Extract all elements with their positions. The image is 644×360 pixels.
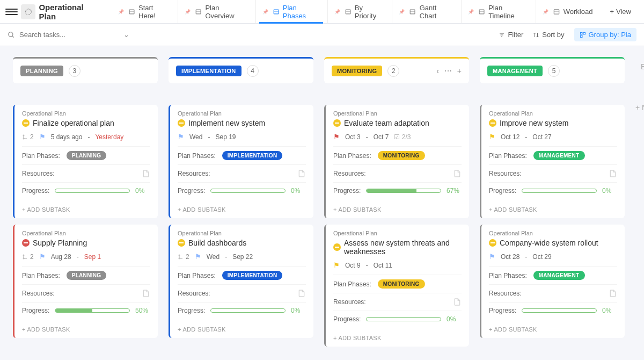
tab-start-here-[interactable]: 📌Start Here!: [112, 0, 177, 23]
search-input[interactable]: [19, 31, 116, 39]
tab-gantt-chart[interactable]: 📌Gantt Chart: [392, 0, 459, 23]
card-title: Supply Planning: [33, 239, 87, 247]
progress-bar[interactable]: [55, 308, 130, 313]
status-icon[interactable]: [333, 119, 341, 127]
flag-icon[interactable]: ⚑: [489, 133, 495, 141]
card-title: Implement new system: [188, 119, 265, 127]
progress-bar[interactable]: [366, 317, 441, 321]
progress-bar[interactable]: [522, 189, 597, 193]
breadcrumb[interactable]: Operational Plan: [178, 230, 306, 236]
search-box[interactable]: ⌄: [8, 31, 499, 39]
progress-bar[interactable]: [366, 189, 441, 193]
phase-pill: MONITORING: [378, 279, 425, 289]
breadcrumb[interactable]: Operational Plan: [333, 230, 462, 236]
breadcrumb[interactable]: Operational Plan: [22, 110, 150, 117]
collapse-icon[interactable]: ‹: [436, 67, 439, 75]
status-icon[interactable]: [489, 119, 496, 127]
progress-pct: 0%: [447, 315, 462, 323]
add-view-button[interactable]: + View: [602, 8, 639, 16]
column-implementation: IMPLEMENTATION 4 Operational Plan Implem…: [169, 57, 313, 353]
add-card-button[interactable]: + N: [635, 103, 644, 112]
resources-row: Resources:: [489, 164, 617, 182]
add-card-icon[interactable]: +: [457, 67, 462, 75]
tab-workload[interactable]: 📌Workload: [536, 0, 599, 23]
flag-icon[interactable]: ⚑: [39, 253, 46, 261]
sort-button[interactable]: Sort by: [533, 31, 564, 39]
tab-plan-phases[interactable]: 📌Plan Phases: [255, 0, 326, 23]
date-start: Wed: [189, 133, 202, 141]
phase-row: Plan Phases: IMPLEMENTATION: [178, 266, 306, 284]
card-title: Build dashboards: [188, 239, 246, 247]
chevron-down-icon[interactable]: ⌄: [123, 31, 129, 39]
status-icon[interactable]: [22, 119, 30, 127]
task-card[interactable]: Operational Plan Evaluate team adaptatio…: [324, 105, 469, 218]
progress-bar[interactable]: [522, 308, 597, 313]
status-icon[interactable]: [489, 239, 496, 247]
add-subtask-button[interactable]: + ADD SUBTASK: [14, 321, 158, 338]
task-card[interactable]: Operational Plan Finalize operational pl…: [13, 105, 158, 218]
more-icon[interactable]: ⋯: [444, 67, 452, 75]
add-subtask-button[interactable]: + ADD SUBTASK: [326, 329, 469, 347]
document-icon[interactable]: [297, 289, 306, 298]
task-card[interactable]: Operational Plan Implement new system ⚑W…: [169, 105, 313, 218]
document-icon[interactable]: [142, 169, 150, 178]
progress-pct: 0%: [135, 187, 150, 195]
status-icon[interactable]: [178, 239, 185, 247]
document-icon[interactable]: [142, 289, 150, 298]
breadcrumb[interactable]: Operational Plan: [489, 230, 617, 236]
flag-icon[interactable]: ⚑: [195, 253, 201, 261]
progress-bar[interactable]: [210, 189, 286, 193]
resources-row: Resources:: [333, 164, 462, 182]
document-icon[interactable]: [453, 298, 462, 306]
tab-plan-timeline[interactable]: 📌Plan Timeline: [461, 0, 535, 23]
group-by-button[interactable]: Group by: Pla: [574, 28, 637, 41]
task-card[interactable]: Operational Plan Supply Planning 2⚑Aug 2…: [13, 225, 158, 338]
menu-icon[interactable]: [5, 5, 18, 18]
date-end: Oct 11: [374, 262, 392, 269]
add-subtask-button[interactable]: + ADD SUBTASK: [170, 201, 313, 218]
breadcrumb[interactable]: Operational Plan: [489, 110, 617, 117]
progress-bar[interactable]: [55, 189, 130, 193]
add-subtask-button[interactable]: + ADD SUBTASK: [170, 321, 313, 338]
phase-pill: IMPLEMENTATION: [222, 151, 283, 160]
task-card[interactable]: Operational Plan Assess new system threa…: [324, 225, 469, 347]
flag-icon[interactable]: ⚑: [333, 133, 340, 141]
add-subtask-button[interactable]: + ADD SUBTASK: [326, 201, 469, 218]
status-icon[interactable]: [178, 119, 185, 127]
task-card[interactable]: Operational Plan Company-wide system rol…: [480, 225, 625, 338]
progress-bar[interactable]: [210, 308, 286, 313]
flag-icon[interactable]: ⚑: [178, 133, 184, 141]
document-icon[interactable]: [609, 289, 617, 298]
flag-icon[interactable]: ⚑: [489, 253, 495, 261]
tab-label: By Priority: [355, 4, 385, 20]
flag-icon[interactable]: ⚑: [333, 261, 340, 269]
column-badge: MONITORING: [332, 66, 382, 76]
tab-by-priority[interactable]: 📌By Priority: [327, 0, 391, 23]
svg-point-24: [23, 138, 24, 139]
status-icon[interactable]: [333, 243, 341, 251]
filter-button[interactable]: Filter: [499, 31, 523, 39]
tab-icon: [273, 8, 280, 16]
phase-row: Plan Phases: MONITORING: [333, 146, 462, 164]
breadcrumb[interactable]: Operational Plan: [178, 110, 306, 117]
tab-plan-overview[interactable]: 📌Plan Overview: [178, 0, 254, 23]
progress-row: Progress: 67%: [333, 182, 462, 199]
breadcrumb[interactable]: Operational Plan: [22, 230, 150, 236]
subtask-count[interactable]: 2: [178, 253, 189, 261]
flag-icon[interactable]: ⚑: [39, 133, 46, 141]
subtask-count[interactable]: 2: [22, 253, 34, 261]
add-subtask-button[interactable]: + ADD SUBTASK: [481, 201, 625, 218]
date-start: Oct 3: [345, 133, 361, 141]
document-icon[interactable]: [609, 169, 617, 178]
pin-icon: 📌: [185, 9, 191, 15]
document-icon[interactable]: [297, 169, 306, 178]
subtask-count[interactable]: 2: [22, 133, 34, 141]
add-subtask-button[interactable]: + ADD SUBTASK: [14, 201, 158, 218]
phase-pill: PLANNING: [67, 271, 107, 280]
task-card[interactable]: Operational Plan Build dashboards 2⚑Wed-…: [169, 225, 313, 338]
breadcrumb[interactable]: Operational Plan: [333, 110, 462, 117]
document-icon[interactable]: [453, 169, 462, 178]
task-card[interactable]: Operational Plan Improve new system ⚑Oct…: [480, 105, 625, 218]
status-icon[interactable]: [22, 239, 30, 247]
add-subtask-button[interactable]: + ADD SUBTASK: [481, 321, 625, 338]
